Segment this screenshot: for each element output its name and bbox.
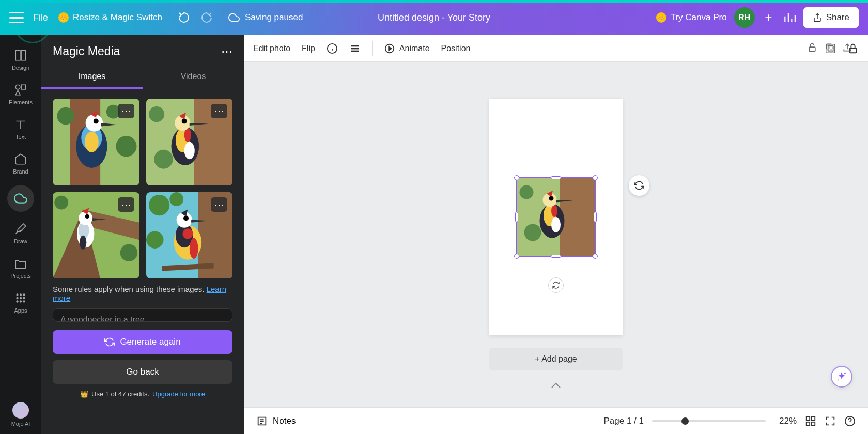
hamburger-menu-icon[interactable] (9, 12, 24, 23)
resize-handle-tl[interactable] (514, 175, 519, 180)
svg-point-73 (844, 373, 846, 374)
upload-page-icon[interactable] (842, 42, 853, 53)
undo-icon[interactable] (178, 11, 190, 24)
svg-rect-61 (809, 47, 815, 51)
info-icon[interactable] (327, 43, 338, 54)
svg-rect-1 (21, 50, 26, 60)
expand-pages-icon[interactable] (551, 381, 561, 391)
svg-point-2 (16, 85, 20, 89)
panel-more-icon[interactable]: ⋯ (221, 45, 233, 58)
svg-rect-62 (828, 46, 833, 51)
nav-elements[interactable]: Elements (0, 77, 41, 112)
grid-view-icon[interactable] (805, 415, 816, 427)
add-page-button[interactable]: + Add page (489, 348, 623, 370)
svg-rect-75 (807, 416, 810, 420)
svg-rect-78 (812, 422, 815, 425)
svg-rect-76 (812, 416, 815, 420)
nav-apps-label: Apps (14, 307, 27, 314)
svg-point-21 (94, 119, 99, 124)
go-back-button[interactable]: Go back (53, 360, 233, 384)
svg-rect-77 (807, 422, 810, 425)
generated-image-1[interactable]: ⋯ (53, 99, 140, 185)
svg-point-22 (85, 132, 99, 152)
prompt-input[interactable]: A woodpecker in a tree (53, 308, 233, 322)
page-controls (807, 42, 853, 53)
resize-magic-switch-button[interactable]: 👑 Resize & Magic Switch (58, 12, 162, 23)
edit-photo-button[interactable]: Edit photo (253, 44, 290, 53)
svg-point-11 (20, 300, 22, 302)
list-icon[interactable] (349, 43, 361, 54)
image-3-more-icon[interactable]: ⋯ (118, 197, 134, 212)
page-indicator[interactable]: Page 1 / 1 (603, 416, 644, 426)
top-bar: File 👑 Resize & Magic Switch Saving paus… (0, 0, 868, 35)
nav-elements-label: Elements (9, 99, 33, 105)
user-avatar[interactable]: RH (734, 7, 755, 28)
help-icon[interactable] (844, 415, 856, 427)
upgrade-link[interactable]: Upgrade for more (152, 390, 205, 398)
canvas-page[interactable] (489, 99, 623, 335)
flip-button[interactable]: Flip (302, 44, 315, 53)
animate-button[interactable]: Animate (384, 43, 430, 54)
redo-icon[interactable] (200, 11, 213, 24)
nav-mojo-label: Mojo AI (11, 421, 30, 427)
nav-apps[interactable]: Apps (0, 285, 41, 320)
insights-icon[interactable] (783, 11, 796, 24)
mojo-ai-icon[interactable] (12, 402, 29, 419)
svg-point-6 (23, 293, 25, 296)
left-nav-rail: Design Elements Text Brand Draw Projects… (0, 35, 41, 434)
svg-point-10 (16, 300, 18, 302)
tab-videos[interactable]: Videos (143, 66, 244, 89)
nav-brand[interactable]: Brand (0, 146, 41, 181)
resize-handle-br[interactable] (593, 254, 598, 259)
svg-point-4 (16, 293, 18, 296)
context-toolbar: Edit photo Flip Animate Position (244, 35, 868, 62)
svg-point-35 (120, 244, 138, 261)
tab-images[interactable]: Images (41, 66, 143, 89)
nav-text[interactable]: Text (0, 112, 41, 146)
image-1-more-icon[interactable]: ⋯ (118, 104, 134, 118)
generated-image-4[interactable]: ⋯ (146, 192, 233, 279)
nav-projects[interactable]: Projects (0, 251, 41, 285)
regenerate-icon (104, 337, 115, 347)
svg-rect-3 (21, 85, 26, 89)
position-button[interactable]: Position (441, 44, 471, 53)
resize-handle-bl[interactable] (514, 254, 519, 259)
canvas-area: Edit photo Flip Animate Position (244, 35, 868, 434)
resize-handle-bottom[interactable] (551, 255, 561, 258)
duplicate-page-icon[interactable] (825, 42, 835, 53)
resize-handle-tr[interactable] (593, 175, 598, 180)
notes-button[interactable]: Notes (256, 415, 296, 427)
zoom-percentage[interactable]: 22% (774, 416, 797, 426)
image-4-more-icon[interactable]: ⋯ (211, 197, 227, 212)
notes-label: Notes (273, 416, 296, 426)
zoom-thumb[interactable] (681, 417, 689, 425)
nav-projects-label: Projects (10, 273, 31, 279)
zoom-slider[interactable] (652, 420, 766, 422)
resize-handle-right[interactable] (594, 212, 597, 222)
try-canva-pro-button[interactable]: 👑 Try Canva Pro (656, 12, 727, 23)
crown-icon: 👑 (656, 12, 667, 23)
resize-handle-top[interactable] (551, 176, 561, 179)
unlock-page-icon[interactable] (807, 42, 817, 53)
selected-image[interactable] (516, 177, 596, 257)
generated-image-3[interactable]: ⋯ (53, 192, 140, 279)
animate-icon (384, 43, 395, 54)
nav-draw[interactable]: Draw (0, 216, 41, 251)
bottom-bar: Notes Page 1 / 1 22% (244, 407, 868, 434)
nav-design[interactable]: Design (0, 42, 41, 77)
document-title[interactable]: Untitled design - Your Story (378, 12, 490, 23)
file-menu[interactable]: File (33, 12, 48, 23)
svg-point-12 (23, 300, 25, 302)
regenerate-fab[interactable] (629, 175, 649, 196)
resize-handle-left[interactable] (515, 212, 518, 222)
svg-point-32 (184, 142, 194, 160)
rotate-handle[interactable] (548, 277, 564, 293)
share-button[interactable]: Share (803, 7, 859, 28)
ai-assistant-fab[interactable] (831, 366, 853, 388)
image-2-more-icon[interactable]: ⋯ (211, 104, 227, 118)
generated-image-2[interactable]: ⋯ (146, 99, 233, 185)
nav-uploads-active[interactable] (7, 185, 34, 212)
add-member-button[interactable]: + (762, 10, 776, 25)
fullscreen-icon[interactable] (825, 415, 836, 427)
generate-again-button[interactable]: Generate again (53, 330, 233, 354)
